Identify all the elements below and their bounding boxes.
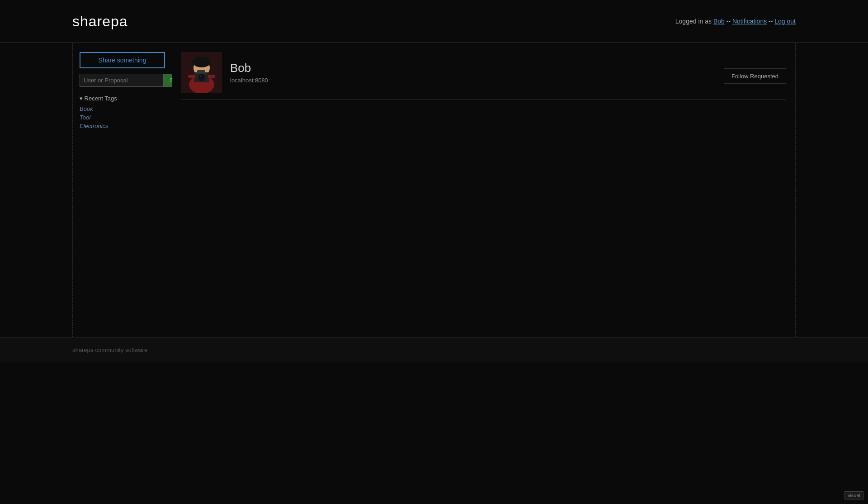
profile-name: Bob xyxy=(230,61,786,75)
avatar-image xyxy=(181,52,222,93)
main-container: Share something Search ▾ Recent Tags Boo… xyxy=(72,43,796,337)
svg-rect-11 xyxy=(188,75,195,78)
logged-in-prefix: Logged in as xyxy=(675,18,712,25)
svg-rect-12 xyxy=(208,75,215,78)
separator-2: -- xyxy=(769,18,773,25)
recent-tags-section: ▾ Recent Tags Book Tool Electronics xyxy=(80,95,165,129)
app-logo: sharepa xyxy=(72,13,128,30)
search-row: Search xyxy=(80,74,165,87)
avatar xyxy=(181,52,222,93)
separator-1: -- xyxy=(726,18,731,25)
sidebar: Share something Search ▾ Recent Tags Boo… xyxy=(73,43,172,337)
tag-tool[interactable]: Tool xyxy=(80,114,165,121)
profile-url: localhost:8080 xyxy=(230,77,786,84)
notifications-link[interactable]: Notifications xyxy=(732,18,767,25)
footer-text: sharepa community software xyxy=(72,347,147,353)
search-input[interactable] xyxy=(80,74,164,87)
profile-section: Bob localhost:8080 Follow Requested xyxy=(181,52,786,100)
logout-link[interactable]: Log out xyxy=(774,18,796,25)
svg-point-10 xyxy=(200,76,201,77)
visual-badge: visual xyxy=(844,491,863,499)
tag-electronics[interactable]: Electronics xyxy=(80,123,165,129)
header-nav: Logged in as Bob -- Notifications -- Log… xyxy=(675,18,796,25)
recent-tags-title: ▾ Recent Tags xyxy=(80,95,165,102)
logged-in-user-link[interactable]: Bob xyxy=(713,18,725,25)
footer: sharepa community software xyxy=(0,337,868,362)
header: sharepa Logged in as Bob -- Notification… xyxy=(0,0,868,43)
svg-rect-6 xyxy=(197,70,205,74)
share-something-button[interactable]: Share something xyxy=(80,52,165,68)
follow-requested-button[interactable]: Follow Requested xyxy=(724,68,786,83)
tag-book[interactable]: Book xyxy=(80,105,165,112)
profile-info: Bob localhost:8080 xyxy=(230,61,786,84)
content-area: Bob localhost:8080 Follow Requested xyxy=(172,43,795,337)
svg-point-4 xyxy=(193,57,211,67)
